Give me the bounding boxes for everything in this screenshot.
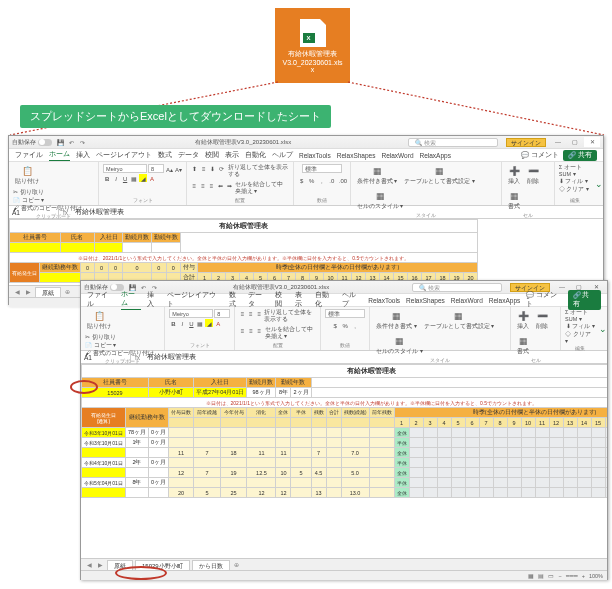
align-right-icon[interactable]: ≡ [208,181,215,189]
border-icon[interactable]: ▦ [196,319,204,327]
number-format[interactable]: 標準 [302,164,342,173]
dec-inc-icon[interactable]: .0 [328,176,336,184]
bold-icon[interactable]: B [103,174,111,182]
worksheet-1[interactable]: 有給休暇管理表 社員番号 氏名 入社日 勤続月数 勤続年数 ※日付は、2021/… [9,219,603,285]
align-mid-icon[interactable]: ≡ [200,164,207,172]
autosave-toggle[interactable] [38,139,52,146]
cell[interactable]: 0 [166,263,181,273]
menu-rt[interactable]: RelaxTools [299,152,331,159]
menu-pagelayout[interactable]: ページレイアウト [96,151,152,160]
tab-next-icon[interactable]: ▶ [24,288,33,295]
fill-color-icon[interactable]: ◢ [205,319,213,327]
menu-data[interactable]: データ [178,151,199,160]
menu-auto[interactable]: 自動化 [245,151,266,160]
menu-help[interactable]: ヘルプ [272,151,293,160]
cond-format-button[interactable]: ▦条件付き書式 ▾ [355,164,400,186]
indent-dec-icon[interactable]: ⬅ [217,181,224,189]
font-name[interactable]: Meiryo [103,164,147,173]
align-bot-icon[interactable]: ⬇ [209,164,216,172]
cell[interactable]: 0 [152,263,167,273]
share-button[interactable]: 🔗 共有 [563,150,597,161]
clear-button[interactable]: ◇ クリア ▾ [559,186,589,193]
underline-icon[interactable]: U [187,319,195,327]
autosave[interactable]: 自動保存 [12,138,52,147]
search-box-2[interactable]: 🔍 検索 [412,283,502,292]
tab-prev-icon[interactable]: ◀ [13,288,22,295]
tab-prev-icon[interactable]: ◀ [85,561,94,568]
font-name[interactable]: Meiryo [169,309,213,318]
underline-icon[interactable]: U [121,174,129,182]
view-normal-icon[interactable]: ▦ [528,573,534,579]
menu-file[interactable]: ファイル [15,151,43,160]
fx-icon[interactable]: fx [59,209,72,216]
table-format-button[interactable]: ▦テーブルとして書式設定 ▾ [422,309,497,331]
align-icon[interactable]: ≡ [248,309,254,317]
tab-days[interactable]: から日数 [192,560,230,570]
tab-add-icon[interactable]: ⊕ [232,561,241,568]
fill-button[interactable]: ⬇ フィル ▾ [566,323,595,330]
paste-button[interactable]: 📋貼り付け [13,164,41,186]
ribbon-collapse-icon[interactable]: ⌄ [595,162,603,205]
cell[interactable]: 0 [81,263,95,273]
fx-icon[interactable]: fx [131,354,144,361]
insert-button[interactable]: ➕挿入 [515,309,531,331]
italic-icon[interactable]: I [178,319,186,327]
worksheet-2[interactable]: 有給休暇管理表社員番号氏名入社日勤続月数勤続年数15029小野小町平成27年04… [81,364,607,558]
name-box-2[interactable]: A1 [81,351,131,363]
zoom-out-icon[interactable]: − [558,573,561,579]
save-icon[interactable]: 💾 [56,138,64,146]
cell[interactable]: 0 [95,263,109,273]
indent-inc-icon[interactable]: ➡ [226,181,233,189]
font-color-icon[interactable]: A [214,319,222,327]
tab-next-icon[interactable]: ▶ [96,561,105,568]
menu-rw[interactable]: RelaxWord [381,152,413,159]
menu-formulas[interactable]: 数式 [158,151,172,160]
cell[interactable]: 0 [123,263,152,273]
menu-insert[interactable]: 挿入 [76,151,90,160]
fill-button[interactable]: ⬇ フィル ▾ [559,178,588,185]
currency-icon[interactable]: $ [298,176,306,184]
shrink-font-icon[interactable]: A▾ [174,165,182,173]
wrap-button[interactable]: 折り返して全体を表示する [264,309,316,323]
cut-button[interactable]: ✂ 切り取り [13,189,82,196]
number-format[interactable]: 標準 [325,309,365,318]
align-icon[interactable]: ≡ [239,309,245,317]
align-icon[interactable]: ≡ [248,326,254,334]
copy-button[interactable]: 📄 コピー ▾ [13,197,82,204]
menu-rw[interactable]: RelaxWord [451,297,483,304]
copy-button[interactable]: 📄 コピー ▾ [85,342,154,349]
search-box[interactable]: 🔍 検索 [408,138,498,147]
border-icon[interactable]: ▦ [130,174,138,182]
clear-button[interactable]: ◇ クリア ▾ [565,331,595,344]
menu-rs[interactable]: RelaxShapes [406,297,445,304]
merge-button[interactable]: セルを結合して中央揃え ▾ [265,326,317,340]
wrap-button[interactable]: 折り返して全体を表示する [228,164,289,178]
merge-button[interactable]: セルを結合して中央揃え ▾ [235,181,289,195]
tab-add-icon[interactable]: ⊕ [63,288,72,295]
autosum-button[interactable]: Σ オートSUM ▾ [565,309,595,322]
orient-icon[interactable]: ⟳ [218,164,225,172]
delete-button[interactable]: ➖削除 [525,164,541,186]
italic-icon[interactable]: I [112,174,120,182]
paste-button[interactable]: 📋貼り付け [85,309,113,331]
comma-icon[interactable]: , [351,321,359,329]
percent-icon[interactable]: % [341,321,349,329]
cond-format-button[interactable]: ▦条件付き書式 ▾ [374,309,419,331]
font-size[interactable]: 8 [148,164,164,173]
font-size[interactable]: 8 [214,309,230,318]
view-break-icon[interactable]: ▭ [548,573,554,579]
menu-ra[interactable]: RelaxApps [489,297,520,304]
undo-icon[interactable]: ↶ [67,138,75,146]
insert-button[interactable]: ➕挿入 [506,164,522,186]
menu-rt[interactable]: RelaxTools [368,297,400,304]
formula-bar-2[interactable]: 有給休暇管理表 [144,353,607,362]
zoom-in-icon[interactable]: + [582,573,585,579]
menu-home[interactable]: ホーム [49,150,70,161]
close-icon[interactable]: ✕ [584,137,600,147]
cut-button[interactable]: ✂ 切り取り [85,334,154,341]
formula-bar[interactable]: 有給休暇管理表 [72,208,603,217]
autosum-button[interactable]: Σ オートSUM ▾ [559,164,591,177]
maximize-icon[interactable]: ▢ [567,137,583,147]
align-icon[interactable]: ≡ [239,326,245,334]
dec-dec-icon[interactable]: .00 [338,176,346,184]
